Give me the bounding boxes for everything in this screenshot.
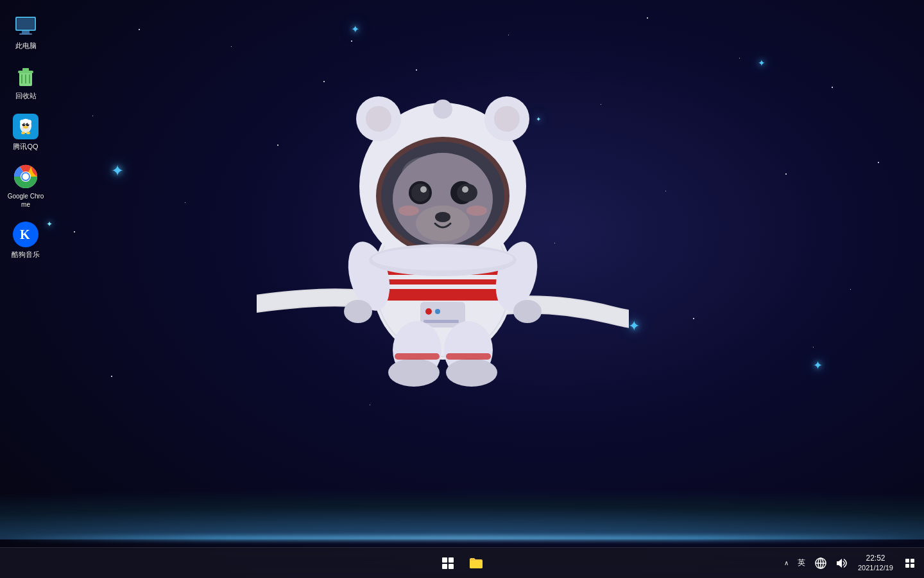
svg-point-22 bbox=[366, 106, 391, 132]
svg-rect-76 bbox=[911, 564, 914, 568]
character bbox=[244, 32, 642, 430]
sparkle-star: ✦ bbox=[813, 358, 823, 372]
taskbar-center bbox=[435, 550, 489, 576]
svg-rect-8 bbox=[424, 320, 459, 323]
astronaut-bear-svg bbox=[257, 45, 629, 417]
qq-label: 腾讯QQ bbox=[13, 142, 38, 151]
svg-point-35 bbox=[457, 184, 477, 202]
desktop-icon-my-computer[interactable]: 此电脑 bbox=[0, 6, 51, 57]
chrome-label: Google Chrome bbox=[5, 192, 46, 209]
taskbar-right: ∧ 英 22 bbox=[782, 550, 924, 576]
svg-text:K: K bbox=[20, 227, 30, 241]
svg-point-37 bbox=[398, 206, 419, 216]
svg-point-36 bbox=[462, 186, 468, 193]
earth-glow bbox=[0, 536, 924, 541]
speaker-icon[interactable] bbox=[832, 550, 850, 576]
system-clock[interactable]: 22:52 2021/12/19 bbox=[853, 552, 898, 574]
file-explorer-icon bbox=[468, 556, 484, 571]
svg-point-6 bbox=[425, 308, 432, 315]
svg-point-62 bbox=[21, 132, 25, 134]
svg-point-29 bbox=[416, 206, 470, 241]
svg-point-38 bbox=[466, 206, 487, 216]
svg-rect-49 bbox=[22, 68, 29, 71]
computer-icon bbox=[13, 13, 38, 39]
svg-rect-75 bbox=[905, 564, 909, 568]
windows-logo-icon bbox=[442, 557, 454, 569]
file-explorer-button[interactable] bbox=[463, 550, 489, 576]
desktop-icons-panel: 此电脑 回收站 bbox=[0, 6, 58, 265]
svg-point-23 bbox=[494, 106, 520, 132]
svg-point-7 bbox=[435, 309, 440, 314]
kugou-label: 酷狗音乐 bbox=[12, 250, 40, 259]
svg-point-61 bbox=[28, 119, 31, 124]
recycle-bin-label: 回收站 bbox=[15, 91, 37, 100]
recycle-icon bbox=[13, 63, 38, 89]
svg-point-12 bbox=[513, 300, 542, 323]
svg-rect-4 bbox=[375, 289, 510, 301]
svg-point-33 bbox=[420, 186, 427, 193]
earth-surface bbox=[0, 437, 924, 539]
svg-rect-17 bbox=[395, 353, 440, 360]
kugou-icon: K bbox=[13, 222, 38, 247]
sparkle-star: ✦ bbox=[758, 58, 766, 68]
taskbar: ∧ 英 22 bbox=[0, 547, 924, 578]
svg-point-67 bbox=[22, 173, 29, 180]
svg-point-57 bbox=[24, 123, 25, 125]
svg-rect-18 bbox=[446, 353, 491, 360]
svg-rect-74 bbox=[911, 559, 914, 563]
language-button[interactable]: 英 bbox=[794, 555, 809, 571]
start-button[interactable] bbox=[435, 550, 461, 576]
svg-point-16 bbox=[446, 358, 497, 387]
svg-point-63 bbox=[26, 132, 30, 134]
svg-rect-44 bbox=[17, 19, 34, 29]
network-icon[interactable] bbox=[812, 550, 830, 576]
svg-point-15 bbox=[388, 358, 440, 387]
svg-point-10 bbox=[344, 300, 372, 323]
clock-time: 22:52 bbox=[858, 554, 893, 564]
svg-point-59 bbox=[23, 126, 28, 128]
svg-rect-46 bbox=[19, 33, 32, 35]
clock-date: 2021/12/19 bbox=[858, 563, 893, 572]
svg-point-32 bbox=[411, 184, 429, 202]
qq-icon bbox=[13, 114, 38, 139]
desktop-icon-recycle[interactable]: 回收站 bbox=[0, 57, 51, 107]
desktop: ✦ ✦ ✦ ✦ ✦ ✦ ✦ bbox=[0, 0, 924, 578]
desktop-icon-chrome[interactable]: Google Chrome bbox=[0, 157, 51, 215]
my-computer-label: 此电脑 bbox=[15, 41, 37, 50]
desktop-icon-kugou[interactable]: K 酷狗音乐 bbox=[0, 215, 51, 265]
svg-point-41 bbox=[433, 100, 452, 119]
sparkle-star: ✦ bbox=[111, 162, 124, 180]
svg-point-30 bbox=[435, 212, 450, 222]
svg-rect-73 bbox=[905, 559, 909, 563]
svg-rect-45 bbox=[22, 31, 30, 33]
notification-chevron[interactable]: ∧ bbox=[782, 557, 791, 569]
desktop-icon-qq[interactable]: 腾讯QQ bbox=[0, 107, 51, 157]
chrome-icon bbox=[13, 164, 38, 189]
svg-point-60 bbox=[20, 119, 24, 124]
svg-point-40 bbox=[372, 247, 513, 270]
svg-rect-3 bbox=[375, 279, 510, 285]
notification-center-button[interactable] bbox=[901, 550, 919, 576]
